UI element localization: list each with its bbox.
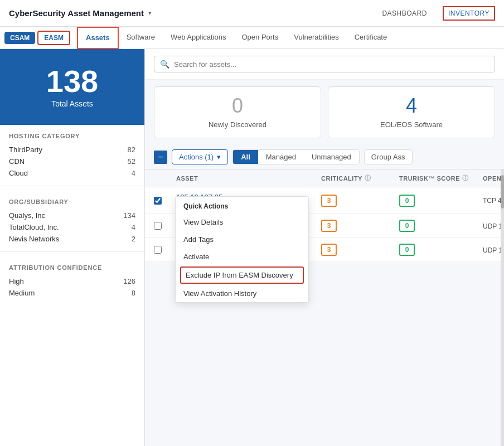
newly-discovered-label: Newly Discovered <box>163 120 312 129</box>
scroll-thumb <box>501 175 504 209</box>
search-bar: 🔍 <box>145 49 504 80</box>
row-checkbox[interactable] <box>154 197 162 205</box>
list-item: High 126 <box>9 275 135 287</box>
table-header: ASSET CRITICALITY ⓘ TruRisk™ SCORE ⓘ OPE… <box>145 169 504 187</box>
search-icon: 🔍 <box>160 60 169 69</box>
table-area: ASSET CRITICALITY ⓘ TruRisk™ SCORE ⓘ OPE… <box>145 169 504 446</box>
search-input-wrap: 🔍 <box>154 56 495 72</box>
search-input[interactable] <box>174 60 489 69</box>
top-nav-right: DASHBOARD INVENTORY <box>377 6 495 21</box>
hosting-section: HOSTING CATEGORY ThirdParty 82 CDN 52 Cl… <box>0 125 144 181</box>
attribution-medium-label: Medium <box>9 289 35 297</box>
list-item: Cloud 4 <box>9 167 135 179</box>
group-assets-button[interactable]: Group Ass <box>364 149 413 164</box>
filter-all-button[interactable]: All <box>233 150 258 164</box>
actions-button[interactable]: Actions (1) ▾ <box>172 149 228 164</box>
criticality-cell: 3 <box>321 195 399 207</box>
checkbox-cell <box>154 197 176 205</box>
eol-eos-count: 4 <box>337 96 486 116</box>
quick-actions-dropdown: Quick Actions View Details Add Tags Acti… <box>175 196 309 303</box>
main-layout: 138 Total Assets HOSTING CATEGORY ThirdP… <box>0 49 504 446</box>
criticality-badge: 3 <box>321 195 337 207</box>
checkbox-cell <box>154 246 176 254</box>
divider <box>0 251 144 252</box>
dashboard-nav-link[interactable]: DASHBOARD <box>377 7 432 20</box>
dropdown-view-activation-history[interactable]: View Activation History <box>176 285 308 302</box>
easm-button[interactable]: EASM <box>37 31 70 45</box>
org-totalcloud-label: TotalCloud, Inc. <box>9 223 59 231</box>
hosting-thirdparty-count: 82 <box>128 146 135 154</box>
dropdown-add-tags[interactable]: Add Tags <box>176 231 308 248</box>
newly-discovered-count: 0 <box>163 96 312 116</box>
trurisk-cell: 0 <box>399 220 483 232</box>
checkbox-cell <box>154 222 176 230</box>
col-criticality: CRITICALITY ⓘ <box>321 174 399 182</box>
app-title: CyberSecurity Asset Management <box>9 8 144 18</box>
col-trurisk: TruRisk™ SCORE ⓘ <box>399 174 483 182</box>
filter-group: All Managed Unmanaged <box>232 149 360 164</box>
stats-row: 0 Newly Discovered 4 EOL/EOS Software <box>145 80 504 145</box>
tab-software[interactable]: Software <box>119 27 163 49</box>
chevron-down-icon: ▾ <box>148 9 152 17</box>
chevron-down-icon: ▾ <box>217 153 221 161</box>
attribution-title: ATTRIBUTION CONFIDENCE <box>9 264 135 271</box>
hosting-cloud-label: Cloud <box>9 169 28 177</box>
eol-eos-label: EOL/EOS Software <box>337 120 486 129</box>
dropdown-exclude-ip[interactable]: Exclude IP from EASM Discovery <box>180 266 304 284</box>
org-title: ORG/SUBSIDIARY <box>9 198 135 205</box>
org-nevis-count: 2 <box>132 235 135 243</box>
content-area: 🔍 0 Newly Discovered 4 EOL/EOS Software … <box>145 49 504 446</box>
top-nav: CyberSecurity Asset Management ▾ DASHBOA… <box>0 0 504 27</box>
tab-web-applications[interactable]: Web Applications <box>163 27 234 49</box>
sub-nav: CSAM EASM Assets Software Web Applicatio… <box>0 27 504 49</box>
total-assets-label: Total Assets <box>11 99 133 108</box>
top-nav-left: CyberSecurity Asset Management ▾ <box>9 8 152 18</box>
list-item: Nevis Networks 2 <box>9 233 135 245</box>
open-ports-value: UDP 1 <box>483 222 502 230</box>
hosting-cdn-count: 52 <box>128 157 135 166</box>
col-checkbox <box>154 174 176 182</box>
attribution-section: ATTRIBUTION CONFIDENCE High 126 Medium 8 <box>0 256 144 301</box>
trurisk-badge: 0 <box>399 244 415 256</box>
eol-eos-card: 4 EOL/EOS Software <box>328 86 495 138</box>
hosting-cdn-label: CDN <box>9 157 25 166</box>
sidebar-header: 138 Total Assets <box>0 49 144 125</box>
criticality-cell: 3 <box>321 220 399 232</box>
inventory-nav-link[interactable]: INVENTORY <box>443 6 495 21</box>
list-item: TotalCloud, Inc. 4 <box>9 221 135 233</box>
tab-assets[interactable]: Assets <box>77 27 119 49</box>
org-qualys-label: Qualys, Inc <box>9 211 45 220</box>
total-assets-count: 138 <box>11 66 133 97</box>
info-icon: ⓘ <box>365 174 371 182</box>
row-checkbox[interactable] <box>154 222 162 230</box>
tab-open-ports[interactable]: Open Ports <box>234 27 286 49</box>
info-icon: ⓘ <box>462 174 469 182</box>
newly-discovered-card: 0 Newly Discovered <box>154 86 321 138</box>
tab-vulnerabilities[interactable]: Vulnerabilities <box>286 27 346 49</box>
filter-unmanaged-button[interactable]: Unmanaged <box>304 150 359 164</box>
scroll-bar[interactable] <box>501 169 504 446</box>
list-item: ThirdParty 82 <box>9 144 135 156</box>
hosting-title: HOSTING CATEGORY <box>9 133 135 139</box>
attribution-medium-count: 8 <box>132 289 135 297</box>
org-section: ORG/SUBSIDIARY Qualys, Inc 134 TotalClou… <box>0 191 144 247</box>
criticality-cell: 3 <box>321 244 399 256</box>
open-ports-value: TCP 4 <box>483 197 502 205</box>
trurisk-cell: 0 <box>399 244 483 256</box>
dropdown-section-title: Quick Actions <box>176 197 308 214</box>
criticality-badge: 3 <box>321 220 337 232</box>
list-item: Medium 8 <box>9 287 135 299</box>
trurisk-badge: 0 <box>399 220 415 232</box>
open-ports-value: UDP 1 <box>483 246 502 254</box>
tab-certificate[interactable]: Certificate <box>347 27 395 49</box>
dropdown-activate[interactable]: Activate <box>176 248 308 265</box>
filter-managed-button[interactable]: Managed <box>258 150 304 164</box>
sidebar: 138 Total Assets HOSTING CATEGORY ThirdP… <box>0 49 145 446</box>
csam-button[interactable]: CSAM <box>4 32 35 44</box>
row-checkbox[interactable] <box>154 246 162 254</box>
col-asset: ASSET <box>176 174 321 182</box>
deselect-button[interactable]: − <box>154 151 167 164</box>
toolbar: − Actions (1) ▾ All Managed Unmanaged Gr… <box>145 145 504 169</box>
dropdown-view-details[interactable]: View Details <box>176 214 308 231</box>
list-item: Qualys, Inc 134 <box>9 210 135 221</box>
